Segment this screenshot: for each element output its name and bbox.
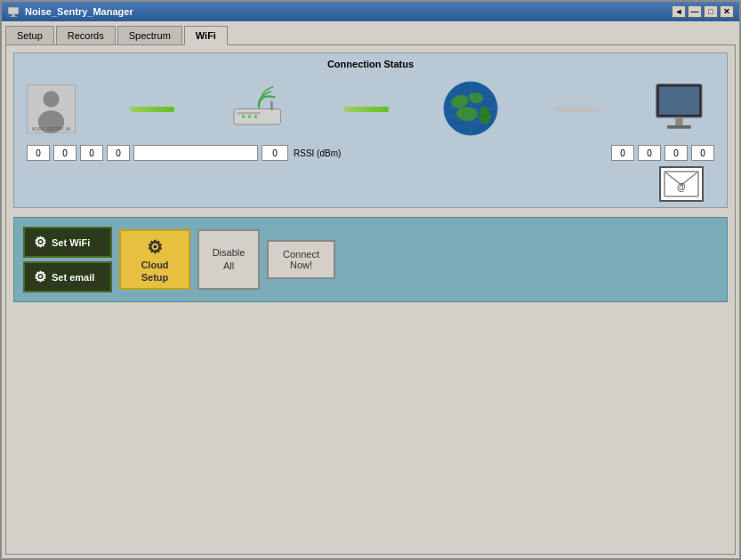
right-ip-inputs — [611, 145, 714, 161]
minimize-button[interactable]: — — [688, 5, 702, 18]
right-octet-2[interactable] — [638, 145, 661, 161]
connect-now-button[interactable]: Connect Now! — [267, 240, 335, 279]
left-buttons: ⚙ Set WiFi ⚙ Set email — [23, 227, 112, 292]
monitor-svg — [652, 83, 714, 136]
ip-octet-2[interactable] — [53, 145, 77, 161]
tab-spectrum[interactable]: Spectrum — [117, 26, 182, 45]
person-svg: NOISE_SENTRY_Wi — [27, 84, 76, 133]
fields-row: RSSI (dBm) — [20, 143, 721, 163]
right-octet-1[interactable] — [611, 145, 634, 161]
rssi-label: RSSI (dBm) — [294, 148, 341, 158]
svg-rect-12 — [238, 112, 261, 115]
person-icon: NOISE_SENTRY_Wi — [27, 84, 76, 133]
svg-rect-24 — [675, 116, 682, 124]
cloud-setup-label-2: Setup — [141, 272, 169, 283]
rssi-value[interactable] — [262, 145, 288, 161]
router-icon — [228, 84, 290, 133]
gear-icon-email: ⚙ — [34, 268, 46, 285]
svg-rect-25 — [667, 125, 691, 129]
svg-text:NOISE_SENTRY_Wi: NOISE_SENTRY_Wi — [32, 127, 70, 132]
email-icon-container: @ — [659, 166, 704, 202]
ssid-input[interactable] — [133, 145, 258, 161]
bottom-panel: ⚙ Set WiFi ⚙ Set email ⚙ Cloud Setup — [13, 217, 728, 302]
maximize-button[interactable]: □ — [704, 5, 718, 18]
main-window: Noise_Sentry_Manager ◄ — □ ✕ Setup Recor… — [0, 0, 741, 560]
tab-wifi[interactable]: WiFi — [184, 26, 228, 45]
title-bar: Noise_Sentry_Manager ◄ — □ ✕ — [2, 2, 739, 21]
disable-all-button[interactable]: DisableAll — [197, 229, 260, 290]
ip-octet-4[interactable] — [107, 145, 130, 161]
set-email-label: Set email — [52, 272, 94, 283]
svg-rect-0 — [8, 7, 19, 14]
monitor-icon — [652, 83, 714, 136]
line-earth-monitor — [554, 107, 599, 112]
cloud-setup-button[interactable]: ⚙ Cloud Setup — [119, 229, 190, 290]
svg-rect-1 — [12, 14, 15, 16]
disable-all-label: DisableAll — [213, 246, 246, 274]
email-row: @ — [20, 166, 721, 202]
svg-text:@: @ — [677, 182, 686, 192]
svg-rect-11 — [270, 101, 273, 111]
title-bar-buttons: ◄ — □ ✕ — [672, 5, 734, 18]
connection-status-title: Connection Status — [20, 59, 721, 69]
tab-records[interactable]: Records — [56, 26, 116, 45]
title-bar-text: Noise_Sentry_Manager — [25, 6, 133, 17]
router-svg — [228, 84, 290, 133]
set-email-button[interactable]: ⚙ Set email — [23, 261, 112, 292]
gear-icon-cloud: ⚙ — [147, 236, 163, 258]
svg-point-4 — [43, 91, 59, 107]
set-wifi-label: Set WiFi — [52, 237, 90, 248]
svg-point-10 — [254, 116, 258, 119]
back-button[interactable]: ◄ — [672, 5, 686, 18]
connection-icons-row: NOISE_SENTRY_Wi — [20, 76, 721, 141]
title-bar-icon — [7, 5, 20, 18]
tab-bar: Setup Records Spectrum WiFi — [5, 25, 736, 44]
right-octet-3[interactable] — [664, 145, 688, 161]
svg-point-9 — [248, 116, 252, 119]
cloud-setup-label-1: Cloud — [141, 260, 168, 270]
ip-octet-3[interactable] — [80, 145, 103, 161]
line-person-router — [130, 107, 174, 112]
earth-icon — [442, 80, 500, 138]
tab-setup[interactable]: Setup — [5, 26, 54, 45]
earth-svg — [442, 80, 500, 138]
right-octet-4[interactable] — [691, 145, 714, 161]
set-wifi-button[interactable]: ⚙ Set WiFi — [23, 227, 112, 258]
email-svg: @ — [664, 171, 699, 197]
line-router-earth — [344, 107, 389, 112]
close-button[interactable]: ✕ — [720, 5, 734, 18]
gear-icon-wifi: ⚙ — [34, 234, 46, 251]
connect-now-label-1: Connect — [283, 249, 319, 260]
svg-point-8 — [242, 116, 246, 119]
connection-status-panel: Connection Status NOISE_SENTRY_Wi — [13, 52, 728, 208]
ip-octet-1[interactable] — [27, 145, 50, 161]
connect-now-label-2: Now! — [290, 260, 312, 270]
window-content: Setup Records Spectrum WiFi Connection S… — [2, 21, 739, 558]
svg-rect-2 — [10, 16, 17, 17]
svg-rect-23 — [659, 86, 699, 114]
tab-content-wifi: Connection Status NOISE_SENTRY_Wi — [5, 44, 736, 555]
